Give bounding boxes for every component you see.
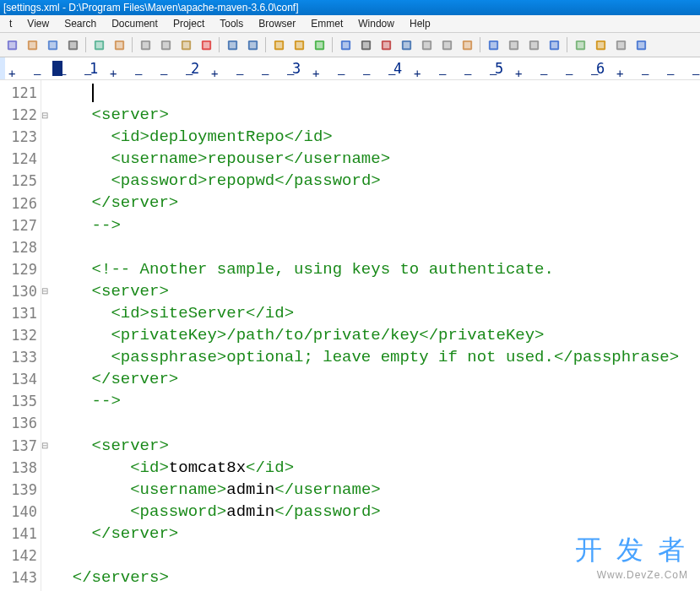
new-file-icon[interactable] [3,35,21,54]
svg-rect-35 [383,41,389,48]
svg-rect-25 [275,41,282,48]
code-line[interactable]: </server> [53,368,700,390]
titlebar: [settings.xml - D:\Program Files\Maven\a… [0,0,700,15]
split-a-icon[interactable] [545,35,563,54]
grid-d-icon[interactable] [524,35,543,54]
split-c-icon[interactable] [591,35,610,54]
app-window: { "title": "[settings.xml - D:\\Program … [0,0,700,591]
undo-icon[interactable] [223,35,241,54]
redo-icon[interactable] [243,35,262,54]
ruler-tick: + [515,67,522,80]
fold-marker[interactable]: ⊟ [41,435,49,457]
show-eol-icon[interactable] [437,35,456,54]
code-line[interactable]: <server> [53,104,700,126]
save-icon[interactable] [43,35,62,54]
svg-rect-19 [203,41,209,48]
code-token: </server> [53,370,178,388]
code-token: admin [226,480,274,499]
code-line[interactable]: </server> [53,192,700,214]
open-icon[interactable] [23,35,41,54]
code-line[interactable]: --> [53,390,700,412]
delete-icon[interactable] [197,35,215,54]
ruler-tick: — [540,67,547,80]
toolbar-separator [85,37,86,52]
code-line[interactable]: --> [53,214,700,236]
svg-rect-13 [142,41,149,48]
code-line[interactable]: <id>tomcat8x</id> [53,457,700,479]
search-icon[interactable] [269,35,288,54]
split-b-icon[interactable] [571,35,589,54]
menu-tools[interactable]: Tools [212,17,251,30]
code-line[interactable] [53,82,700,104]
font-icon[interactable] [377,35,395,54]
code-line[interactable]: <password>repopwd</password> [53,170,700,192]
fold-marker[interactable]: ⊟ [41,280,49,302]
paste-icon[interactable] [176,35,195,54]
code-area[interactable]: <server> <id>deploymentRepo</id> <userna… [41,80,700,591]
grid-a-icon[interactable] [458,35,476,54]
split-d-icon[interactable] [611,35,630,54]
fold-marker[interactable]: ⊟ [41,104,49,126]
spellcheck-icon[interactable] [310,35,328,54]
replace-icon[interactable] [290,35,308,54]
ruler-tick: + [211,67,218,80]
code-line[interactable]: <username>admin</username> [53,479,700,501]
code-line[interactable]: <server> [53,435,700,457]
code-line[interactable]: <password>admin</password> [53,501,700,523]
toolbar-separator [265,37,266,52]
code-line[interactable]: </servers> [53,567,700,588]
text-cursor [92,84,94,102]
fold-marker [41,302,49,324]
code-line[interactable] [53,412,700,434]
grid-c-icon[interactable] [504,35,523,54]
word-wrap-icon[interactable] [356,35,375,54]
code-token: <id> [53,127,149,146]
grid-b-icon[interactable] [484,35,502,54]
menu-t[interactable]: t [2,17,19,30]
code-token: <username> [130,480,226,499]
bookmark-icon[interactable] [336,35,355,54]
menu-help[interactable]: Help [402,17,438,30]
print-icon[interactable] [63,35,82,54]
copy-icon[interactable] [156,35,175,54]
menu-search[interactable]: Search [57,17,104,30]
menu-document[interactable]: Document [104,17,166,30]
open-folder-icon[interactable] [110,35,128,54]
cut-icon[interactable] [136,35,155,54]
menu-project[interactable]: Project [166,17,212,30]
editor[interactable]: 1211221231241251261271281291301311321331… [0,80,700,591]
ruler-tick: + [414,67,421,80]
code-line[interactable]: <id>siteServer</id> [53,302,700,324]
menu-view[interactable]: View [19,17,57,30]
code-token: deploymentRepo [149,127,285,146]
code-line[interactable] [53,545,700,567]
menu-emmet[interactable]: Emmet [303,17,350,30]
menu-browser[interactable]: Browser [251,17,303,30]
fold-marker [41,236,49,258]
fold-marker [41,501,49,523]
preview-icon[interactable] [90,35,108,54]
ruler-tick: + [616,67,623,80]
help-icon[interactable] [632,35,650,54]
code-line[interactable]: <privateKey>/path/to/private/key</privat… [53,324,700,346]
svg-rect-57 [617,41,624,48]
fold-marker [41,126,49,148]
toolbar-separator [219,37,220,52]
code-line[interactable] [53,236,700,258]
code-line[interactable]: <server> [53,280,700,302]
line-number: 129 [0,258,41,280]
svg-rect-9 [95,41,102,48]
hex-icon[interactable] [397,35,415,54]
show-tabs-icon[interactable] [417,35,436,54]
code-line[interactable]: </server> [53,523,700,545]
code-line[interactable]: <!-- Another sample, using keys to authe… [53,258,700,280]
code-line[interactable]: <passphrase>optional; leave empty if not… [53,346,700,368]
code-line[interactable]: <id>deploymentRepo</id> [53,126,700,148]
fold-marker [41,170,49,192]
menubar: tViewSearchDocumentProjectToolsBrowserEm… [0,15,700,33]
code-token: --> [53,392,121,410]
menu-window[interactable]: Window [350,17,402,30]
ruler-tick: + [8,67,15,80]
code-token: </passphrase> [554,348,679,366]
code-line[interactable]: <username>repouser</username> [53,148,700,170]
